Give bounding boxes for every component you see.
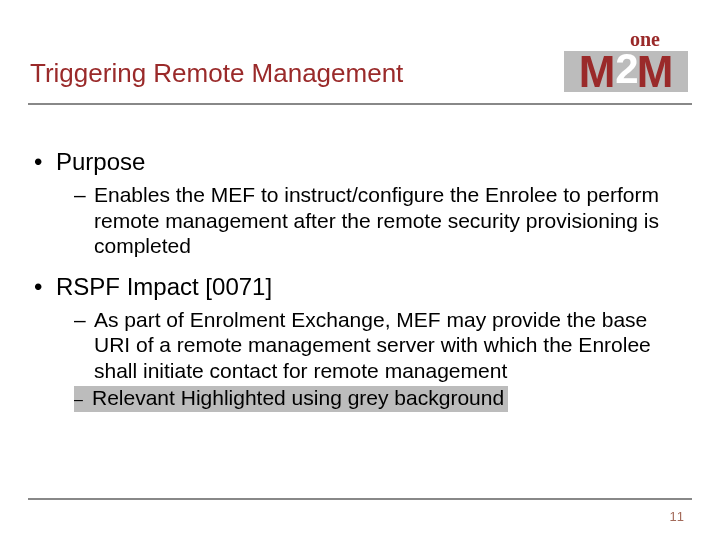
logo-m1: M bbox=[579, 50, 616, 94]
page-number: 11 bbox=[670, 509, 684, 524]
bullet-rspf-sub1: As part of Enrolment Exchange, MEF may p… bbox=[34, 307, 686, 384]
logo-m2: M bbox=[637, 50, 674, 94]
slide-title: Triggering Remote Management bbox=[30, 58, 403, 89]
footer-rule bbox=[28, 498, 692, 500]
bullet-rspf-sub2-highlight: –Relevant Highlighted using grey backgro… bbox=[74, 386, 508, 412]
header-rule bbox=[28, 103, 692, 105]
bullet-purpose-sub1: Enables the MEF to instruct/configure th… bbox=[34, 182, 686, 259]
onem2m-logo: one M2M bbox=[564, 26, 688, 92]
bullet-purpose: Purpose bbox=[34, 148, 686, 176]
slide: one M2M Triggering Remote Management Pur… bbox=[0, 0, 720, 540]
bullet-rspf-impact: RSPF Impact [0071] bbox=[34, 273, 686, 301]
logo-2: 2 bbox=[615, 48, 636, 90]
slide-body: Purpose Enables the MEF to instruct/conf… bbox=[34, 148, 686, 426]
bullet-rspf-sub2-text: Relevant Highlighted using grey backgrou… bbox=[92, 386, 504, 409]
logo-text-m2m: M2M bbox=[564, 48, 688, 92]
